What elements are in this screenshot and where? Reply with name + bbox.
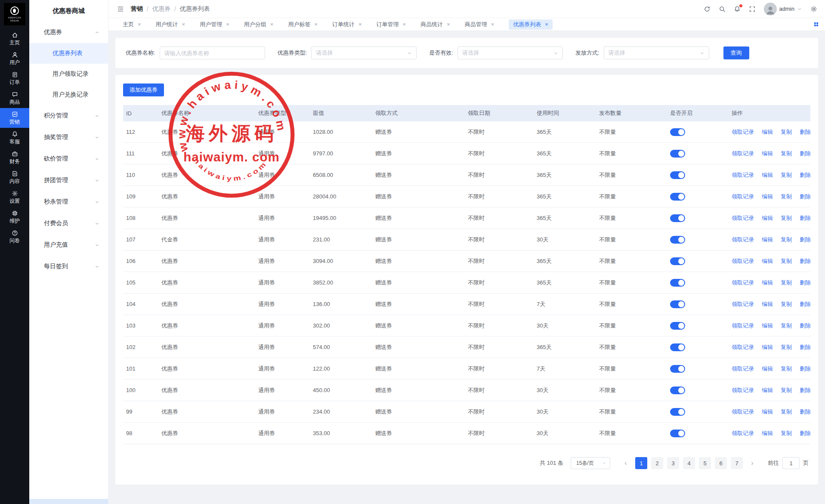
action-删除[interactable]: 删除 [800,128,811,136]
sidebar-group-砍价管理[interactable]: 砍价管理 [29,148,108,170]
action-领取记录[interactable]: 领取记录 [732,128,754,136]
action-编辑[interactable]: 编辑 [762,322,773,330]
enabled-toggle[interactable] [670,214,685,222]
action-领取记录[interactable]: 领取记录 [732,236,754,244]
collapse-sidebar-icon[interactable] [117,6,124,12]
action-领取记录[interactable]: 领取记录 [732,387,754,394]
sidebar-group-秒杀管理[interactable]: 秒杀管理 [29,191,108,213]
rail-item-settings[interactable]: 设置 [0,187,29,207]
action-编辑[interactable]: 编辑 [762,193,773,201]
settings-gear-icon[interactable] [810,6,817,12]
action-删除[interactable]: 删除 [800,387,811,394]
action-复制[interactable]: 复制 [781,430,792,437]
page-button-6[interactable]: 6 [715,457,727,469]
rail-item-goods[interactable]: 商品 [0,88,29,108]
close-icon[interactable]: × [358,22,362,27]
enabled-toggle[interactable] [670,171,685,179]
breadcrumb-item[interactable]: 营销 [131,5,143,13]
action-编辑[interactable]: 编辑 [762,257,773,265]
enabled-toggle[interactable] [670,430,685,437]
action-复制[interactable]: 复制 [781,214,792,222]
coupon-name-input[interactable] [164,50,260,56]
action-编辑[interactable]: 编辑 [762,300,773,308]
action-删除[interactable]: 删除 [800,365,811,373]
tab-用户标签[interactable]: 用户标签× [288,19,318,30]
sidebar-group-每日签到[interactable]: 每日签到 [29,256,108,277]
enabled-toggle[interactable] [670,343,685,351]
refresh-icon[interactable] [704,6,711,12]
action-编辑[interactable]: 编辑 [762,171,773,179]
action-复制[interactable]: 复制 [781,279,792,287]
action-删除[interactable]: 删除 [800,279,811,287]
tab-订单管理[interactable]: 订单管理× [377,19,406,30]
action-复制[interactable]: 复制 [781,257,792,265]
action-领取记录[interactable]: 领取记录 [732,430,754,437]
action-领取记录[interactable]: 领取记录 [732,365,754,373]
action-编辑[interactable]: 编辑 [762,150,773,158]
rail-item-maintenance[interactable]: 维护 [0,207,29,227]
action-复制[interactable]: 复制 [781,322,792,330]
page-button-5[interactable]: 5 [699,457,711,469]
action-领取记录[interactable]: 领取记录 [732,214,754,222]
tab-用户管理[interactable]: 用户管理× [200,19,229,30]
tab-商品统计[interactable]: 商品统计× [420,19,450,30]
close-icon[interactable]: × [182,22,185,27]
close-icon[interactable]: × [403,22,406,27]
action-删除[interactable]: 删除 [800,408,811,416]
action-领取记录[interactable]: 领取记录 [732,300,754,308]
action-复制[interactable]: 复制 [781,128,792,136]
tab-商品管理[interactable]: 商品管理× [465,19,494,30]
action-领取记录[interactable]: 领取记录 [732,343,754,351]
action-删除[interactable]: 删除 [800,236,811,244]
action-领取记录[interactable]: 领取记录 [732,193,754,201]
rail-item-finance[interactable]: 财务 [0,148,29,167]
tab-用户统计[interactable]: 用户统计× [156,19,185,30]
tab-用户分组[interactable]: 用户分组× [244,19,274,30]
tab-优惠券列表[interactable]: 优惠券列表× [509,19,553,30]
action-领取记录[interactable]: 领取记录 [732,279,754,287]
enabled-toggle[interactable] [670,257,685,265]
notifications-bell-icon[interactable] [734,6,741,12]
action-删除[interactable]: 删除 [800,300,811,308]
coupon-type-select[interactable]: 请选择 [311,46,417,59]
action-编辑[interactable]: 编辑 [762,279,773,287]
action-复制[interactable]: 复制 [781,408,792,416]
fullscreen-icon[interactable] [749,6,756,12]
tab-订单统计[interactable]: 订单统计× [332,19,362,30]
action-删除[interactable]: 删除 [800,343,811,351]
action-编辑[interactable]: 编辑 [762,365,773,373]
enabled-toggle[interactable] [670,387,685,394]
tab-主页[interactable]: 主页× [123,19,141,30]
action-编辑[interactable]: 编辑 [762,343,773,351]
page-size-select[interactable]: 15条/页 [571,457,610,469]
action-复制[interactable]: 复制 [781,150,792,158]
close-icon[interactable]: × [491,22,494,27]
breadcrumb-item[interactable]: 优惠券 [152,5,170,13]
action-删除[interactable]: 删除 [800,171,811,179]
sidebar-item-用户兑换记录[interactable]: 用户兑换记录 [29,84,108,105]
sidebar-group-用户充值[interactable]: 用户充值 [29,234,108,256]
search-button[interactable]: 查询 [723,46,749,59]
enabled-toggle[interactable] [670,150,685,158]
search-icon[interactable] [719,6,726,12]
enabled-toggle[interactable] [670,193,685,201]
prev-page-button[interactable]: ‹ [620,457,631,469]
close-icon[interactable]: × [138,22,141,27]
sidebar-group-积分管理[interactable]: 积分管理 [29,105,108,127]
action-复制[interactable]: 复制 [781,365,792,373]
page-button-3[interactable]: 3 [667,457,679,469]
add-coupon-button[interactable]: 添加优惠券 [123,83,164,96]
app-logo[interactable]: AMERICANDREAM [4,3,25,25]
action-删除[interactable]: 删除 [800,322,811,330]
sidebar-item-用户领取记录[interactable]: 用户领取记录 [29,64,108,84]
enabled-toggle[interactable] [670,322,685,330]
enabled-toggle[interactable] [670,279,685,287]
distribution-select[interactable]: 请选择 [604,46,709,59]
action-编辑[interactable]: 编辑 [762,236,773,244]
rail-item-survey[interactable]: 问卷 [0,227,29,247]
action-编辑[interactable]: 编辑 [762,128,773,136]
action-领取记录[interactable]: 领取记录 [732,408,754,416]
close-icon[interactable]: × [447,22,450,27]
sidebar-item-优惠券列表[interactable]: 优惠券列表 [29,43,108,64]
rail-item-content[interactable]: 内容 [0,167,29,187]
